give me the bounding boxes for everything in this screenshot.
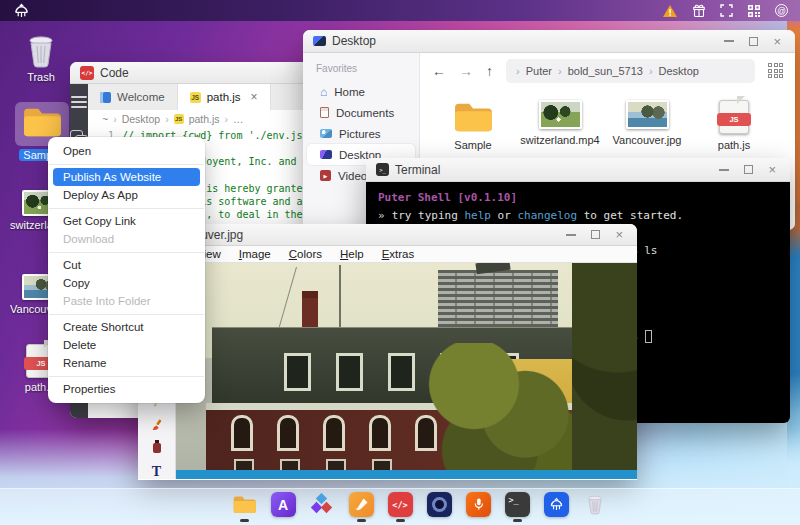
tab-pathjs[interactable]: JS path.js ×: [178, 84, 271, 110]
photo-window: [277, 415, 299, 451]
context-menu-item-properties[interactable]: Properties: [48, 380, 205, 398]
text-tool-icon[interactable]: T: [152, 465, 161, 479]
gift-icon[interactable]: [692, 4, 706, 18]
photo-dormer: [388, 353, 415, 391]
dock-code-icon[interactable]: </>: [387, 492, 414, 522]
desktop-folder-icon: [313, 36, 326, 46]
menu-separator: [49, 208, 204, 209]
back-icon[interactable]: ←: [432, 64, 446, 78]
image-viewer-window: Vancouver.jpg × View Image Colors Help E…: [138, 224, 637, 480]
minimize-button[interactable]: [724, 40, 734, 42]
code-app-icon: </>: [80, 66, 94, 80]
context-menu-item-rename[interactable]: Rename: [48, 354, 205, 372]
warning-icon[interactable]: [662, 4, 678, 18]
maximize-button[interactable]: [744, 165, 753, 174]
dock-text-editor-icon[interactable]: A: [270, 492, 297, 517]
context-menu-item-download[interactable]: Download: [48, 230, 205, 248]
file-item-vancouver[interactable]: Vancouver.jpg: [615, 100, 679, 151]
sidebar-item-pictures[interactable]: Pictures: [307, 123, 415, 144]
file-manager-toolbar: ← → ↑ › Puter › bold_sun_5713 › Desktop: [420, 53, 795, 88]
file-item-sample[interactable]: Sample: [441, 100, 505, 151]
menu-extras[interactable]: Extras: [382, 248, 415, 260]
minimize-button[interactable]: [719, 169, 729, 171]
close-button[interactable]: ×: [773, 35, 781, 48]
grid-view-icon[interactable]: [768, 63, 783, 78]
dock-terminal-icon[interactable]: >_: [504, 492, 531, 522]
folder-icon: [232, 494, 257, 515]
photo-window: [323, 415, 345, 451]
sidebar-item-documents[interactable]: Documents: [307, 102, 415, 123]
js-file-icon: JS: [719, 100, 749, 134]
dock-launcher-icon[interactable]: [192, 492, 219, 517]
context-menu-item-get-copy-link[interactable]: Get Copy Link: [48, 212, 205, 230]
maximize-button[interactable]: [749, 37, 758, 46]
forward-icon[interactable]: →: [459, 64, 473, 78]
context-menu-item-open[interactable]: Open: [48, 142, 205, 160]
shell-hint: »try typing help or changelog to get sta…: [378, 209, 778, 222]
menu-colors[interactable]: Colors: [289, 248, 322, 260]
dock-paint-icon[interactable]: [348, 492, 375, 522]
dock-files-icon[interactable]: [231, 492, 258, 522]
context-menu-item-deploy-as-app[interactable]: Deploy As App: [48, 186, 205, 204]
folder-icon: [21, 105, 63, 139]
context-menu-item-cut[interactable]: Cut: [48, 256, 205, 274]
context-menu-item-delete[interactable]: Delete: [48, 336, 205, 354]
taskbar: A </>: [0, 488, 800, 525]
photo-water: [176, 470, 637, 479]
file-item-pathjs[interactable]: JS path.js: [702, 100, 766, 151]
file-item-switzerland[interactable]: switzerland.mp4: [528, 100, 592, 151]
photo-canvas[interactable]: [176, 263, 637, 479]
photo-dormer: [284, 353, 311, 391]
terminal-titlebar[interactable]: >_ Terminal ×: [366, 158, 790, 182]
up-icon[interactable]: ↑: [486, 64, 493, 78]
image-viewer-menubar: View Image Colors Help Extras: [138, 246, 637, 263]
path-breadcrumb[interactable]: › Puter › bold_sun_5713 › Desktop: [506, 59, 755, 83]
sidebar-item-home[interactable]: ⌂ Home: [307, 81, 415, 102]
context-menu-item-paste-into-folder[interactable]: Paste Into Folder: [48, 292, 205, 310]
brush-tool-icon[interactable]: [150, 419, 164, 431]
file-list: Sample switzerland.mp4 Vancouver.jpg JS: [420, 88, 795, 151]
system-menubar: @: [0, 0, 800, 21]
marker-tool-icon[interactable]: [153, 443, 161, 453]
menu-image[interactable]: Image: [239, 248, 271, 260]
account-icon[interactable]: @: [775, 4, 788, 17]
close-button[interactable]: ×: [768, 163, 776, 176]
menu-help[interactable]: Help: [340, 248, 364, 260]
dock-recorder-icon[interactable]: [465, 492, 492, 517]
dock-camera-icon[interactable]: [426, 492, 453, 517]
dock-puter-icon[interactable]: [543, 492, 570, 517]
context-menu-item-publish-as-website[interactable]: Publish As Website: [53, 168, 200, 186]
breadcrumb-user[interactable]: bold_sun_5713: [568, 65, 643, 77]
file-manager-titlebar[interactable]: Desktop ×: [303, 30, 795, 53]
tab-welcome[interactable]: Welcome: [88, 84, 178, 110]
desktop-icon-label: Trash: [27, 71, 55, 83]
dock-trash-icon[interactable]: [582, 492, 609, 517]
context-menu-item-copy[interactable]: Copy: [48, 274, 205, 292]
qr-code-icon[interactable]: [747, 4, 761, 18]
breadcrumb-root[interactable]: Puter: [526, 65, 552, 77]
image-thumbnail-icon: [626, 100, 669, 129]
photo-right-tree: [572, 263, 637, 479]
maximize-button[interactable]: [591, 230, 600, 239]
window-title: Terminal: [395, 163, 440, 177]
photo-dormer: [336, 353, 363, 391]
context-menu-item-create-shortcut[interactable]: Create Shortcut: [48, 318, 205, 336]
close-tab-icon[interactable]: ×: [251, 90, 258, 104]
menu-separator: [49, 164, 204, 165]
menu-icon[interactable]: [71, 96, 87, 108]
image-viewer-titlebar[interactable]: Vancouver.jpg ×: [138, 224, 637, 246]
puter-logo-icon[interactable]: [12, 3, 31, 19]
desktop: Trash Sample switzerland.mp4 Vancouver.j…: [0, 0, 800, 525]
window-title: Desktop: [332, 34, 376, 48]
trash-icon: [585, 493, 605, 516]
close-button[interactable]: ×: [615, 228, 623, 241]
fullscreen-icon[interactable]: [720, 4, 733, 17]
breadcrumb-file[interactable]: path.js: [189, 113, 220, 125]
breadcrumb-desktop[interactable]: Desktop: [659, 65, 699, 77]
context-menu: Open Publish As Website Deploy As App Ge…: [48, 137, 205, 403]
favorites-header: Favorites: [316, 63, 419, 74]
minimize-button[interactable]: [566, 234, 576, 236]
dock-dev-cubes-icon[interactable]: [309, 492, 336, 517]
breadcrumb-desktop[interactable]: Desktop: [122, 113, 161, 125]
desktop-icon-trash[interactable]: Trash: [9, 34, 73, 83]
